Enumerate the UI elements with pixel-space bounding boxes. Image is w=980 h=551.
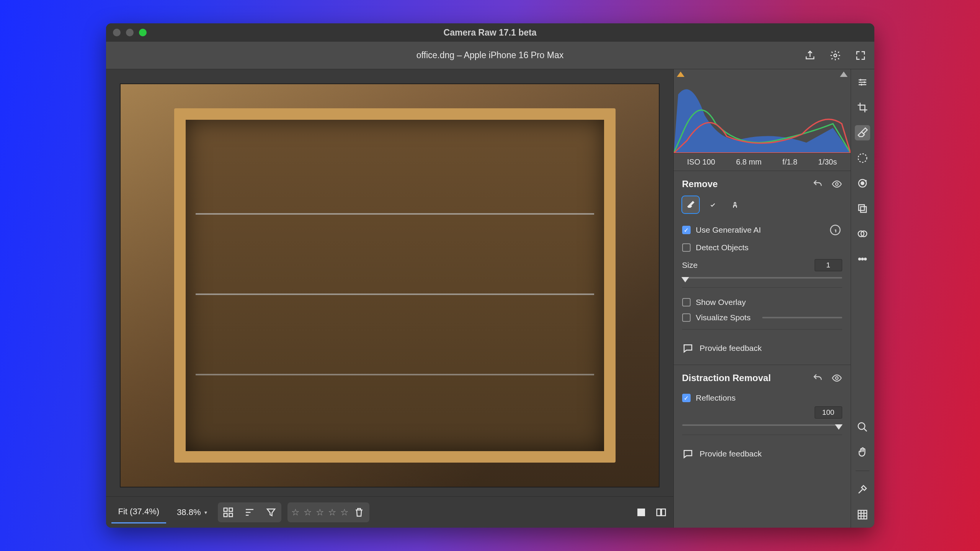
canvas-column: Fit (37.4%) 38.8% ▾ ☆ ☆ ☆ ☆ ☆: [106, 69, 673, 528]
svg-point-18: [859, 258, 861, 260]
histogram[interactable]: [674, 69, 851, 153]
minimize-window-button[interactable]: [126, 29, 134, 36]
filter-icon[interactable]: [265, 506, 278, 519]
zoom-tool-icon[interactable]: [855, 419, 870, 435]
undo-icon[interactable]: [812, 373, 823, 383]
exif-shutter: 1/30s: [818, 158, 837, 166]
distraction-title: Distraction Removal: [682, 373, 771, 383]
svg-rect-4: [229, 513, 233, 517]
right-column: ISO 100 6.8 mm f/1.8 1/30s Remove: [673, 69, 874, 528]
rating-group: ☆ ☆ ☆ ☆ ☆: [287, 502, 369, 522]
window-controls: [113, 29, 147, 36]
remove-title: Remove: [682, 179, 718, 189]
hand-tool-icon[interactable]: [855, 445, 870, 460]
edit-sliders-icon[interactable]: [855, 75, 870, 90]
remove-mode-heal[interactable]: [704, 196, 721, 213]
exif-focal: 6.8 mm: [736, 158, 762, 166]
main-row: Fit (37.4%) 38.8% ▾ ☆ ☆ ☆ ☆ ☆: [106, 69, 874, 528]
visualize-slider[interactable]: [762, 313, 842, 322]
svg-rect-15: [861, 207, 866, 212]
reflections-checkbox[interactable]: ✓: [682, 394, 691, 402]
sort-icon[interactable]: [243, 506, 256, 519]
chevron-down-icon: ▾: [204, 509, 207, 515]
distraction-section: Distraction Removal ✓ Reflections 100: [674, 365, 851, 470]
detect-checkbox[interactable]: [682, 243, 691, 252]
view-tool-group: [218, 502, 281, 522]
visibility-icon[interactable]: [831, 179, 842, 189]
close-window-button[interactable]: [113, 29, 121, 36]
star-1[interactable]: ☆: [291, 507, 300, 518]
overlay-row[interactable]: Show Overlay: [682, 295, 842, 310]
fullscreen-icon[interactable]: [854, 49, 867, 62]
svg-rect-2: [229, 508, 233, 511]
healing-eraser-icon[interactable]: [855, 125, 870, 140]
crop-icon[interactable]: [855, 100, 870, 115]
compare-view-icon[interactable]: [654, 505, 668, 519]
distraction-feedback-label: Provide feedback: [700, 449, 762, 458]
window-title: Camera Raw 17.1 beta: [106, 28, 874, 38]
remove-feedback-button[interactable]: Provide feedback: [682, 336, 842, 360]
svg-rect-5: [638, 509, 645, 516]
star-3[interactable]: ☆: [316, 507, 324, 518]
reflections-value[interactable]: 100: [815, 406, 842, 419]
svg-point-8: [835, 183, 838, 186]
svg-rect-1: [224, 508, 227, 511]
visualize-checkbox[interactable]: [682, 313, 691, 322]
svg-rect-3: [224, 513, 227, 517]
photo-preview: [120, 83, 660, 487]
overlay-checkbox[interactable]: [682, 298, 691, 306]
svg-point-21: [858, 423, 865, 430]
remove-mode-eraser[interactable]: [682, 196, 699, 213]
reflections-row[interactable]: ✓ Reflections: [682, 390, 842, 406]
grid-view-icon[interactable]: [222, 506, 235, 519]
presets-icon[interactable]: [855, 226, 870, 241]
reflections-slider[interactable]: [682, 421, 842, 429]
distraction-feedback-button[interactable]: Provide feedback: [682, 442, 842, 466]
remove-feedback-label: Provide feedback: [700, 344, 762, 353]
star-5[interactable]: ☆: [340, 507, 349, 518]
mask-icon[interactable]: [855, 150, 870, 166]
svg-point-20: [864, 258, 866, 260]
exif-aperture: f/1.8: [782, 158, 797, 166]
single-view-icon[interactable]: [634, 505, 648, 519]
star-2[interactable]: ☆: [304, 507, 312, 518]
distraction-header: Distraction Removal: [682, 373, 842, 383]
maximize-window-button[interactable]: [139, 29, 147, 36]
size-slider[interactable]: [682, 274, 842, 282]
edit-panel: ISO 100 6.8 mm f/1.8 1/30s Remove: [674, 69, 851, 528]
remove-header: Remove: [682, 179, 842, 189]
zoom-fit-button[interactable]: Fit (37.4%): [111, 501, 167, 523]
grid-icon[interactable]: [855, 507, 870, 522]
share-icon[interactable]: [803, 49, 817, 62]
svg-point-19: [862, 258, 864, 260]
trash-icon[interactable]: [353, 506, 366, 519]
subheader: office.dng – Apple iPhone 16 Pro Max: [106, 42, 874, 69]
image-canvas[interactable]: [106, 69, 673, 496]
visualize-row[interactable]: Visualize Spots: [682, 310, 842, 325]
remove-section: Remove ✓ Use Generative AI: [674, 171, 851, 365]
shadow-clip-icon[interactable]: [677, 72, 684, 77]
sampler-icon[interactable]: [855, 482, 870, 497]
star-4[interactable]: ☆: [328, 507, 336, 518]
remove-mode-buttons: [682, 196, 842, 213]
settings-gear-icon[interactable]: [828, 49, 842, 62]
svg-rect-6: [657, 509, 660, 516]
use-ai-label: Use Generative AI: [696, 225, 761, 235]
visibility-icon[interactable]: [831, 373, 842, 383]
use-ai-row[interactable]: ✓ Use Generative AI: [682, 220, 842, 240]
highlight-clip-icon[interactable]: [840, 72, 848, 77]
remove-mode-clone[interactable]: [727, 196, 743, 213]
info-icon[interactable]: [828, 223, 842, 237]
snapshots-icon[interactable]: [855, 201, 870, 216]
zoom-dropdown[interactable]: 38.8% ▾: [172, 503, 212, 522]
redeye-icon[interactable]: [855, 176, 870, 191]
undo-icon[interactable]: [812, 179, 823, 189]
detect-row[interactable]: Detect Objects: [682, 240, 842, 255]
size-label: Size: [682, 261, 698, 270]
use-ai-checkbox[interactable]: ✓: [682, 226, 691, 234]
more-icon[interactable]: [855, 251, 870, 267]
svg-rect-22: [858, 510, 867, 519]
size-value[interactable]: 1: [815, 259, 842, 271]
svg-point-0: [834, 54, 837, 57]
size-row: Size 1: [682, 255, 842, 272]
